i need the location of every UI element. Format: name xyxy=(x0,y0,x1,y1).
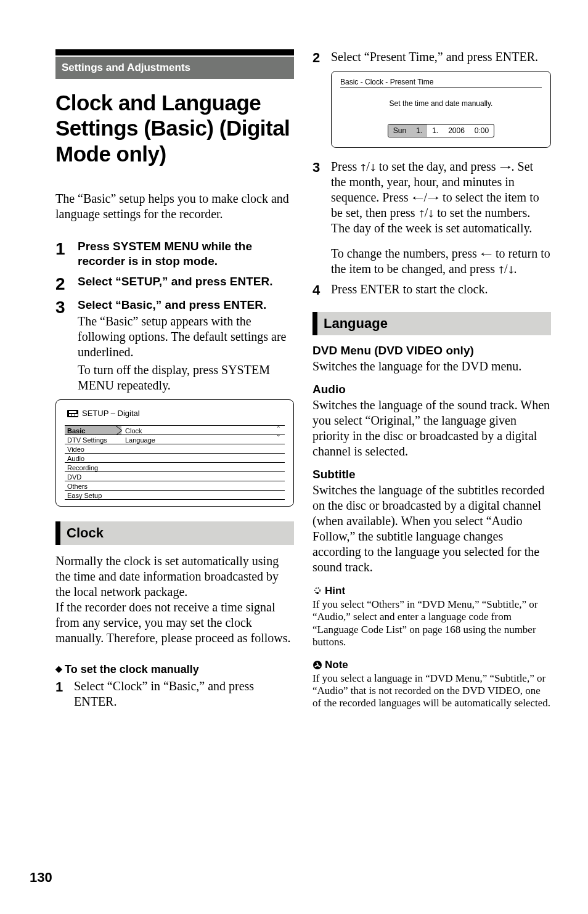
step-head: Press SYSTEM MENU while the recorder is … xyxy=(78,239,294,269)
substep-text: Select “Present Time,” and press ENTER. xyxy=(331,49,551,65)
list-item: Easy Setup xyxy=(65,491,121,500)
list-item-label: Basic xyxy=(67,427,85,435)
step-number: 2 xyxy=(55,274,78,293)
time-cell: 2006 xyxy=(443,124,470,137)
list-item xyxy=(121,454,285,463)
substep-text: Press ↑/↓ to set the day, and press →. S… xyxy=(331,159,551,277)
right-arrow-icon: → xyxy=(425,190,442,205)
step-3: 3 Select “Basic,” and press ENTER. The “… xyxy=(55,298,294,393)
time-cell: 0:00 xyxy=(470,124,494,137)
right-arrow-icon: → xyxy=(497,159,514,174)
text-fragment: to set the day, and press xyxy=(376,160,499,173)
setup-screen: SETUP – Digital Basic DTV Settings Video… xyxy=(55,399,294,507)
setup-screen-title: SETUP – Digital xyxy=(67,409,285,418)
breadcrumb: Basic - Clock - Present Time xyxy=(340,78,542,88)
audio-head: Audio xyxy=(312,383,551,396)
substep-1: 1 Select “Clock” in “Basic,” and press E… xyxy=(55,679,294,709)
list-item: DVD xyxy=(65,472,121,481)
substep-number: 1 xyxy=(55,679,74,694)
time-cell: 1. xyxy=(427,124,443,137)
list-item-label: Clock xyxy=(125,427,142,435)
updown-arrow-icon: ↓ xyxy=(507,261,515,277)
list-item: Recording xyxy=(65,463,121,472)
step-head: Select “Basic,” and press ENTER. xyxy=(78,298,294,312)
list-item xyxy=(121,463,285,472)
substep-text: Select “Clock” in “Basic,” and press ENT… xyxy=(74,679,294,709)
step-2: 2 Select “SETUP,” and press ENTER. xyxy=(55,274,294,293)
hint-body: If you select “Others” in “DVD Menu,” “S… xyxy=(312,598,551,649)
svg-rect-2 xyxy=(317,592,319,594)
chevron-up-icon: ⌃ xyxy=(276,425,281,431)
hint-label: Hint xyxy=(312,585,551,597)
present-time-screen: Basic - Clock - Present Time Set the tim… xyxy=(331,71,551,148)
dvd-menu-body: Switches the language for the DVD menu. xyxy=(312,359,551,374)
time-cell-value: Sun xyxy=(393,126,406,135)
list-item: Audio xyxy=(65,454,121,463)
manual-clock-head: To set the clock manually xyxy=(55,663,294,676)
time-input-box: ▲ Sun ▼ 1. 1. 2006 0:00 xyxy=(388,124,494,137)
text-fragment: To change the numbers, press xyxy=(331,247,480,260)
updown-arrow-icon: ↓ xyxy=(427,205,435,221)
intro-paragraph: The “Basic” setup helps you to make cloc… xyxy=(55,191,294,222)
page-number: 130 xyxy=(30,870,52,886)
list-item xyxy=(121,444,285,454)
hint-icon xyxy=(312,586,322,596)
step-head: Select “SETUP,” and press ENTER. xyxy=(78,274,294,289)
list-item: Others xyxy=(65,481,121,491)
list-item: Basic xyxy=(65,426,121,435)
substep-3: 3 Press ↑/↓ to set the day, and press →.… xyxy=(312,159,551,277)
updown-arrow-icon: ↑ xyxy=(359,159,367,174)
note-body: If you select a language in “DVD Menu,” … xyxy=(312,672,551,710)
text-fragment: Press xyxy=(331,160,360,173)
setup-screen-title-text: SETUP – Digital xyxy=(82,409,140,418)
step-1: 1 Press SYSTEM MENU while the recorder i… xyxy=(55,239,294,270)
note-icon xyxy=(312,660,322,670)
svg-point-1 xyxy=(315,588,320,593)
list-item: Clock ⌃ ⌄ xyxy=(121,426,285,435)
list-item: Video xyxy=(65,444,121,454)
clock-paragraph: If the recorder does not receive a time … xyxy=(55,600,294,646)
subtitle-body: Switches the language of the subtitles r… xyxy=(312,483,551,575)
substep-number: 2 xyxy=(312,49,331,65)
list-item: Language xyxy=(121,435,285,444)
setup-left-list: Basic DTV Settings Video Audio Recording… xyxy=(65,426,121,500)
substep-text: Press ENTER to start the clock. xyxy=(331,282,551,297)
left-arrow-icon: ← xyxy=(478,246,495,261)
list-item xyxy=(121,481,285,491)
substep-number: 4 xyxy=(312,282,331,297)
list-item: DTV Settings xyxy=(65,435,121,444)
updown-arrow-icon: ↑ xyxy=(417,205,426,221)
clock-paragraph: Normally the clock is set automatically … xyxy=(55,553,294,600)
section-black-bar xyxy=(55,49,294,55)
step-number: 1 xyxy=(55,239,78,258)
hint-label-text: Hint xyxy=(325,585,345,597)
screen-message: Set the time and date manually. xyxy=(340,99,542,108)
list-item xyxy=(121,472,285,481)
audio-body: Switches the language of the sound track… xyxy=(312,398,551,459)
updown-arrow-icon: ↓ xyxy=(369,159,377,174)
clock-heading: Clock xyxy=(55,521,294,545)
step-number: 3 xyxy=(55,298,78,316)
left-arrow-icon: ← xyxy=(409,190,427,205)
step-body: The “Basic” setup appears with the follo… xyxy=(78,314,294,360)
section-band: Settings and Adjustments xyxy=(55,57,294,79)
substep-4: 4 Press ENTER to start the clock. xyxy=(312,282,551,297)
page-title: Clock and Language Settings (Basic) (Dig… xyxy=(55,90,294,166)
setup-right-list: Clock ⌃ ⌄ Language xyxy=(121,426,285,500)
note-label-text: Note xyxy=(325,659,348,671)
subtitle-head: Subtitle xyxy=(312,468,551,481)
updown-arrow-icon: ↑ xyxy=(497,261,505,277)
toolbox-icon xyxy=(67,410,78,417)
substep-2: 2 Select “Present Time,” and press ENTER… xyxy=(312,49,551,65)
list-item xyxy=(121,491,285,500)
dvd-menu-head: DVD Menu (DVD VIDEO only) xyxy=(312,344,551,357)
time-cell-day: ▲ Sun ▼ xyxy=(388,124,411,137)
substep-number: 3 xyxy=(312,159,331,174)
chevron-down-icon: ⌄ xyxy=(276,431,281,438)
step-body: To turn off the display, press SYSTEM ME… xyxy=(78,362,294,393)
time-cell: 1. xyxy=(411,124,427,137)
note-label: Note xyxy=(312,659,551,671)
language-heading: Language xyxy=(312,312,551,335)
